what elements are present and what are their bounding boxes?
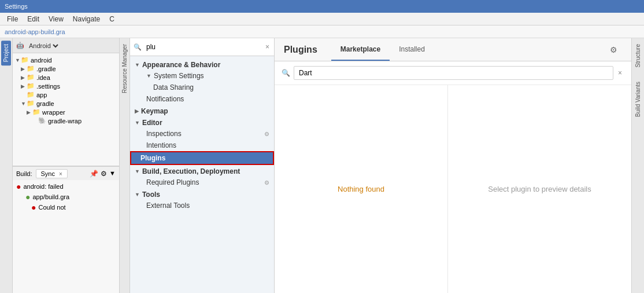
settings-search-clear[interactable]: × — [264, 43, 271, 51]
plugins-settings-button[interactable]: ⚙ — [605, 43, 622, 57]
expand-arrow: ▼ — [146, 73, 151, 79]
settings-item-notifications[interactable]: Notifications — [130, 93, 274, 105]
tree-label: .gradle — [36, 65, 56, 72]
expand-arrow: ▼ — [135, 192, 140, 197]
search-icon: 🔍 — [282, 69, 290, 77]
project-header: 🤖 Android Project — [13, 38, 119, 53]
settings-item-label: System Settings — [154, 72, 204, 80]
gear-icon: ⚙ — [610, 45, 617, 54]
settings-item-build[interactable]: ▼ Build, Execution, Deployment — [130, 165, 274, 177]
error-icon: ● — [16, 182, 21, 191]
vertical-tabs-left: Project — [0, 38, 13, 293]
gear-icon: ⚙ — [264, 180, 269, 186]
tree-item-wrapper[interactable]: ▶ 📁 wrapper — [13, 108, 119, 116]
settings-item-label: Required Plugins — [146, 178, 199, 186]
build-item-label: app/build.gra — [32, 193, 69, 200]
build-section: Build: Sync × 📌 ⚙ ▼ ● android: failed ● — [13, 166, 119, 293]
tree-label: app — [36, 91, 47, 98]
settings-item-label: Notifications — [146, 95, 184, 103]
vtab-project[interactable]: Project — [1, 41, 11, 65]
settings-item-label: Keymap — [141, 107, 168, 115]
build-pin-icon[interactable]: 📌 — [90, 170, 98, 178]
plugins-search-bar: 🔍 × — [275, 61, 631, 85]
main-layout: Project 🤖 Android Project ▼ 📁 android ▶ … — [0, 38, 644, 293]
menu-c[interactable]: C — [105, 14, 119, 24]
build-item-app[interactable]: ● app/build.gra — [13, 192, 119, 202]
tree-label: gradle — [36, 100, 54, 107]
settings-item-system[interactable]: ▼ System Settings — [130, 70, 274, 82]
tree-label: .idea — [36, 74, 50, 81]
build-collapse-icon[interactable]: ▼ — [109, 170, 116, 178]
settings-item-intentions[interactable]: Intentions — [130, 140, 274, 151]
breadcrumb-file[interactable]: build.gra — [40, 28, 65, 35]
right-side-vtabs: Structure Build Variants — [631, 38, 644, 293]
plugins-title: Plugins — [284, 45, 317, 55]
menu-view[interactable]: View — [44, 14, 68, 24]
plugins-content: Nothing found Select plugin to preview d… — [275, 85, 631, 293]
build-content: ● android: failed ● app/build.gra ● Coul… — [13, 180, 119, 293]
settings-item-label: Inspections — [146, 130, 182, 138]
menu-navigate[interactable]: Navigate — [68, 14, 105, 24]
tree-item-gradle[interactable]: ▶ 📁 .gradle — [13, 64, 119, 73]
tree-label: .settings — [36, 83, 60, 90]
plugins-search-clear[interactable]: × — [616, 69, 624, 77]
menu-file[interactable]: File — [2, 14, 23, 24]
build-item-android[interactable]: ● android: failed — [13, 181, 119, 192]
plugins-tab-installed[interactable]: Installed — [390, 38, 434, 61]
settings-item-tools[interactable]: ▼ Tools — [130, 188, 274, 200]
tree-item-android[interactable]: ▼ 📁 android — [13, 56, 119, 64]
expand-arrow: ▼ — [135, 62, 140, 68]
tree-label: wrapper — [42, 109, 65, 116]
settings-item-label: Appearance & Behavior — [142, 61, 220, 69]
settings-tree: ▼ Appearance & Behavior ▼ System Setting… — [130, 56, 274, 293]
build-item-label: Could not — [38, 204, 65, 211]
sync-close[interactable]: × — [59, 171, 62, 177]
plugins-search-input[interactable] — [294, 66, 613, 80]
settings-item-appearance[interactable]: ▼ Appearance & Behavior — [130, 58, 274, 70]
build-bar: Build: Sync × 📌 ⚙ ▼ — [13, 166, 119, 180]
tree-item-idea[interactable]: ▶ 📁 .idea — [13, 73, 119, 82]
settings-item-inspections[interactable]: Inspections ⚙ — [130, 128, 274, 140]
menu-edit[interactable]: Edit — [23, 14, 44, 24]
expand-arrow: ▶ — [135, 108, 139, 114]
settings-item-required-plugins[interactable]: Required Plugins ⚙ — [130, 177, 274, 188]
build-label: Build: — [16, 170, 32, 177]
tree-item-gradle-dir[interactable]: ▼ 📁 gradle — [13, 99, 119, 108]
tree-item-app[interactable]: ▶ 📁 app — [13, 90, 119, 99]
breadcrumb-android[interactable]: android — [5, 28, 26, 35]
plugins-tabs: Marketplace Installed — [331, 38, 434, 61]
settings-item-label: Intentions — [146, 141, 176, 149]
plugins-list: Nothing found — [275, 85, 448, 293]
vtab-build-variants[interactable]: Build Variants — [633, 78, 643, 120]
error-icon: ● — [31, 203, 36, 212]
project-dropdown[interactable]: Android Project — [27, 42, 60, 50]
plugins-tab-marketplace[interactable]: Marketplace — [331, 38, 390, 61]
sync-tab[interactable]: Sync × — [36, 169, 68, 178]
settings-item-label: External Tools — [146, 202, 190, 210]
build-icons: 📌 ⚙ ▼ — [90, 170, 116, 178]
breadcrumb-app[interactable]: app — [28, 28, 38, 35]
settings-item-data-sharing[interactable]: Data Sharing — [130, 82, 274, 93]
breadcrumb: android › app › build.gra — [0, 25, 644, 38]
settings-search-input[interactable] — [144, 42, 264, 52]
settings-item-keymap[interactable]: ▶ Keymap — [130, 105, 274, 116]
plugins-header: Plugins Marketplace Installed ⚙ — [275, 38, 631, 61]
expand-arrow: ▼ — [135, 169, 140, 174]
settings-panel: 🔍 × ▼ Appearance & Behavior ▼ System Set… — [130, 38, 275, 293]
tree-item-gradle-wrap[interactable]: ▶ 🐘 gradle-wrap — [13, 116, 119, 125]
settings-item-plugins[interactable]: Plugins — [130, 151, 274, 165]
build-item-label: android: failed — [23, 183, 63, 190]
plugins-panel: Plugins Marketplace Installed ⚙ 🔍 × Noth… — [275, 38, 631, 293]
settings-item-editor[interactable]: ▼ Editor — [130, 116, 274, 128]
tree-item-settings[interactable]: ▶ 📁 .settings — [13, 82, 119, 90]
expand-arrow: ▼ — [135, 120, 140, 126]
settings-item-external-tools[interactable]: External Tools — [130, 200, 274, 211]
build-settings-icon[interactable]: ⚙ — [101, 170, 107, 178]
vtab-resource-manager[interactable]: Resource Manager — [120, 41, 129, 97]
settings-item-label: Build, Execution, Deployment — [142, 167, 240, 175]
settings-item-label: Data Sharing — [153, 83, 194, 91]
settings-item-label: Plugins — [140, 154, 165, 162]
build-item-error[interactable]: ● Could not — [13, 202, 119, 213]
title-bar: Settings — [0, 0, 644, 13]
vtab-structure[interactable]: Structure — [633, 41, 643, 71]
